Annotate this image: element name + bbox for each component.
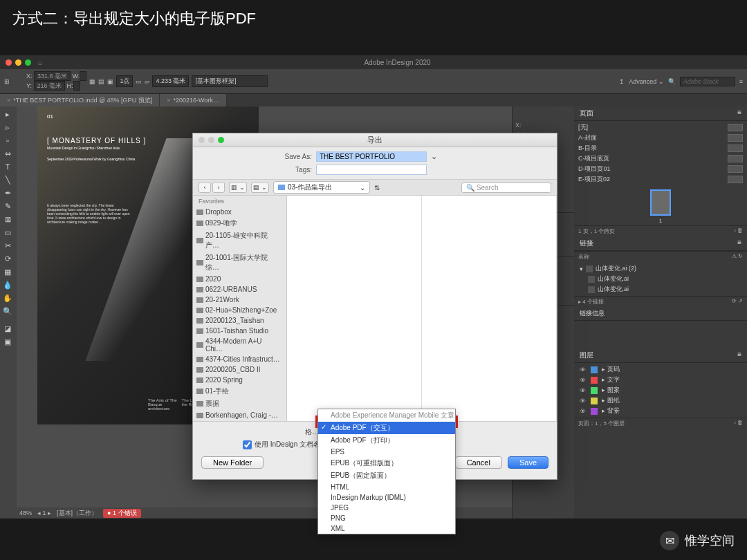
layer-row[interactable]: 👁▸ 图案	[577, 385, 744, 395]
favorite-item[interactable]: 20-21Work	[193, 295, 286, 305]
master-page-item[interactable]: B-目录	[577, 143, 744, 153]
visibility-icon[interactable]: 👁	[580, 398, 587, 404]
layers-panel-header[interactable]: 图层≡	[574, 348, 747, 363]
master-page-item[interactable]: D-项目页01	[577, 164, 744, 174]
tool-icon[interactable]: ▭	[136, 78, 142, 85]
forward-button[interactable]: ›	[212, 182, 225, 193]
format-option[interactable]: PNG	[318, 513, 455, 523]
format-option[interactable]: EPUB（固定版面）	[318, 469, 455, 482]
format-option[interactable]: InDesign Markup (IDML)	[318, 492, 455, 503]
y-field[interactable]: 216 毫米	[34, 81, 66, 91]
master-page-item[interactable]: A-封面	[577, 133, 744, 143]
visibility-icon[interactable]: 👁	[580, 408, 587, 415]
zoom-level[interactable]: 48%	[19, 510, 32, 516]
link-item[interactable]: ▾ 山体变化.ai (2)	[577, 263, 744, 274]
visibility-icon[interactable]: 👁	[580, 387, 587, 394]
color-profile[interactable]: [基本]（工作）	[57, 509, 98, 518]
format-option[interactable]: Adobe PDF（打印）	[318, 434, 455, 447]
ref-point-icon[interactable]: ⊞	[4, 78, 10, 85]
favorite-item[interactable]: 1601-Taishan Studio	[193, 326, 286, 336]
format-option[interactable]: JPEG	[318, 503, 455, 513]
link-item[interactable]: 山体变化.ai	[577, 274, 744, 284]
updown-icon[interactable]: ⇅	[374, 184, 380, 192]
link-info-header[interactable]: 链接信息	[574, 307, 747, 321]
format-option[interactable]: Adobe PDF（交互）	[318, 422, 455, 434]
new-layer-icon[interactable]: ▫	[734, 420, 736, 426]
rect-tool[interactable]: ▭	[0, 226, 15, 239]
back-button[interactable]: ‹	[199, 182, 211, 193]
expand-icon[interactable]: ⌄	[431, 152, 437, 161]
trash-icon[interactable]: 🗑	[737, 227, 743, 234]
favorite-item[interactable]: 20200205_CBD II	[193, 364, 286, 375]
favorite-item[interactable]: 2020 Spring	[193, 375, 286, 385]
page-navigator[interactable]: 1	[43, 510, 46, 516]
master-page-item[interactable]: [无]	[577, 122, 744, 133]
panel-menu-icon[interactable]: ≡	[737, 109, 741, 118]
favorite-item[interactable]: Dropbox	[193, 207, 286, 217]
zoom-tool[interactable]: 🔍	[0, 305, 15, 317]
visibility-icon[interactable]: 👁	[580, 377, 587, 384]
format-option[interactable]: EPS	[318, 447, 455, 457]
close-icon[interactable]	[199, 137, 205, 143]
favorite-item[interactable]: 02-Hua+Shizheng+Zoe	[193, 305, 286, 315]
favorite-item[interactable]: Kim, Sungchan - Enabl…	[193, 420, 286, 421]
w-field[interactable]	[80, 71, 86, 81]
home-icon[interactable]: ⌂	[38, 59, 48, 66]
preflight-errors[interactable]: ● 1 个错误	[103, 509, 140, 518]
scissors-tool[interactable]: ✂	[0, 239, 15, 252]
stroke-weight[interactable]: 1点	[116, 75, 133, 87]
layer-row[interactable]: 👁▸ 背景	[577, 406, 744, 416]
favorite-item[interactable]: Borkenhagen, Craig -…	[193, 410, 286, 420]
menu-icon[interactable]: ≡	[739, 78, 743, 85]
trash-icon[interactable]: 🗑	[737, 420, 743, 426]
group-button[interactable]: ▤ ⌄	[251, 182, 269, 193]
direct-select-tool[interactable]: ▹	[0, 121, 15, 133]
pencil-tool[interactable]: ✎	[0, 200, 15, 212]
links-panel-header[interactable]: 链接≡	[574, 236, 747, 251]
format-option[interactable]: Adobe Experience Manager Mobile 文章	[318, 409, 455, 422]
x-field[interactable]: 331.6 毫米	[34, 71, 71, 81]
type-tool[interactable]: T	[0, 160, 15, 173]
tool-icon[interactable]: ▦	[89, 78, 95, 85]
line-tool[interactable]: ╲	[0, 174, 15, 186]
favorite-item[interactable]: 20-1001-国际大学院综…	[193, 252, 286, 274]
format-option[interactable]: XML	[318, 523, 455, 534]
eyedropper-tool[interactable]: 💧	[0, 279, 15, 291]
save-button[interactable]: Save	[508, 456, 548, 469]
rect-frame-tool[interactable]: ⊠	[0, 213, 15, 225]
page-tool[interactable]: ▫	[0, 134, 15, 147]
close-tab-icon[interactable]: ×	[7, 97, 10, 104]
new-page-icon[interactable]: ▫	[734, 227, 736, 234]
layer-row[interactable]: 👁▸ 图纸	[577, 395, 744, 406]
minimize-icon[interactable]	[15, 59, 21, 66]
favorite-item[interactable]: 20200123_Taishan	[193, 315, 286, 326]
transform-tool[interactable]: ⟳	[0, 252, 15, 265]
favorite-item[interactable]: 0929-唯学	[193, 217, 286, 230]
pages-panel-header[interactable]: 页面≡	[574, 106, 747, 121]
save-as-field[interactable]	[316, 151, 427, 162]
document-tab[interactable]: ×*THE BEST PORTFOLIO.indd @ 48% [GPU 预览]	[0, 94, 160, 106]
favorite-item[interactable]: 20-1105-雄安中科院产…	[193, 230, 286, 252]
favorite-item[interactable]: 2020	[193, 274, 286, 284]
tool-icon[interactable]: ▣	[107, 78, 113, 85]
close-tab-icon[interactable]: ×	[167, 97, 170, 104]
gradient-tool[interactable]: ▦	[0, 265, 15, 278]
gap-tool[interactable]: ⇔	[0, 147, 15, 160]
finder-search[interactable]: 🔍 Search	[461, 183, 551, 193]
master-page-item[interactable]: E-项目页02	[577, 174, 744, 185]
layer-row[interactable]: 👁▸ 文字	[577, 375, 744, 385]
favorite-item[interactable]: 票据	[193, 398, 286, 410]
visibility-icon[interactable]: 👁	[580, 366, 587, 373]
publish-icon[interactable]: ↥	[619, 78, 625, 85]
workspace-switcher[interactable]: Advanced ⌄	[629, 78, 664, 85]
pen-tool[interactable]: ✒	[0, 187, 15, 199]
browser-column[interactable]	[422, 196, 557, 421]
format-option[interactable]: EPUB（可重排版面）	[318, 457, 455, 469]
fill-stroke[interactable]: ◪	[0, 322, 15, 335]
view-mode[interactable]: ▣	[0, 335, 15, 348]
favorite-item[interactable]: 01-手绘	[193, 385, 286, 398]
format-option[interactable]: HTML	[318, 482, 455, 492]
panel-menu-icon[interactable]: ≡	[737, 351, 741, 360]
browser-column[interactable]	[287, 196, 422, 421]
panel-menu-icon[interactable]: ≡	[737, 239, 741, 248]
